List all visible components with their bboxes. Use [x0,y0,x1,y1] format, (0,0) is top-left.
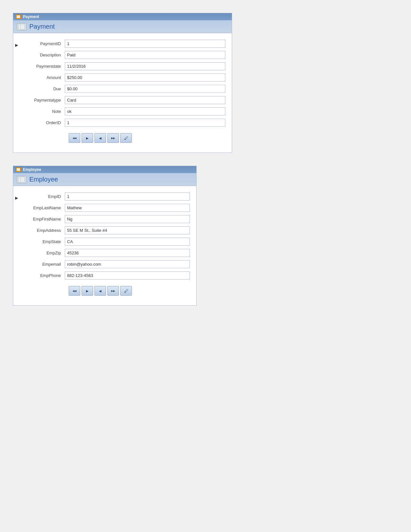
empphone-row: EmpPhone [26,271,190,280]
empstate-label: EmpState [26,239,65,244]
payment-prev-icon: ◀ [99,136,102,140]
emplastname-label: EmpLastName [26,205,65,210]
amount-input[interactable] [65,74,225,82]
empphone-label: EmpPhone [26,273,65,278]
employee-nav-buttons: ◀◀ ▶ ◀ ▶▶ 🖊 [26,283,190,299]
payment-form-body: ▶ PaymentID Description Paymentdate Amou… [13,33,232,153]
payment-nav-buttons: ◀◀ ▶ ◀ ▶▶ 🖊 [26,130,225,146]
payment-form-header: Payment [13,20,232,33]
empzip-label: EmpZip [26,251,65,255]
emplastname-row: EmpLastName [26,204,190,212]
payment-form-icon [17,23,26,30]
empemail-label: Empemail [26,262,65,267]
empid-label: EmpID [26,194,65,199]
paymenttype-input[interactable] [65,96,225,104]
employee-record-indicator: ▶ [13,189,20,302]
emplastname-input[interactable] [65,204,190,212]
empaddress-input[interactable] [65,226,190,234]
note-label: Note [26,109,65,114]
payment-prev-button[interactable]: ◀ [94,133,106,143]
payment-fields: PaymentID Description Paymentdate Amount… [20,36,232,149]
employee-prev-icon: ◀ [99,289,102,293]
due-row: Due [26,85,225,93]
empaddress-row: EmpAddress [26,226,190,234]
employee-prev-button[interactable]: ◀ [94,286,106,296]
employee-first-icon: ◀◀ [73,290,76,292]
payment-new-icon: 🖊 [124,136,128,141]
payment-first-icon: ◀◀ [73,137,76,140]
empfirstname-row: EmpFirstName [26,215,190,223]
empzip-row: EmpZip [26,249,190,257]
payment-last-button[interactable]: ▶▶ [107,133,119,143]
paymentdate-label: Paymentdate [26,64,65,69]
payment-next-icon: ▶ [86,136,89,140]
employee-window-title: Employee [23,167,41,172]
payment-id-input[interactable] [65,40,225,48]
payment-window-title: Payment [23,15,39,19]
employee-first-button[interactable]: ◀◀ [69,286,80,296]
employee-form: Employee Employee ▶ EmpID EmpLastName [13,166,197,306]
amount-row: Amount [26,74,225,82]
payment-form: Payment Payment ▶ PaymentID Description [13,13,232,153]
employee-last-button[interactable]: ▶▶ [107,286,119,296]
empstate-input[interactable] [65,238,190,246]
payment-record-indicator: ▶ [13,36,20,149]
employee-fields: EmpID EmpLastName EmpFirstName EmpAddres… [20,189,196,302]
description-row: Description [26,51,225,59]
orderid-row: OrderID [26,119,225,127]
employee-last-icon: ▶▶ [111,290,115,292]
empstate-row: EmpState [26,238,190,246]
description-label: Description [26,53,65,57]
empaddress-label: EmpAddress [26,228,65,233]
paymentdate-row: Paymentdate [26,62,225,70]
payment-form-title: Payment [29,23,55,30]
orderid-label: OrderID [26,120,65,125]
employee-title-icon [16,167,21,172]
empfirstname-label: EmpFirstName [26,217,65,222]
amount-label: Amount [26,75,65,80]
employee-form-title: Employee [29,176,58,183]
employee-next-button[interactable]: ▶ [82,286,93,296]
employee-new-icon: 🖊 [124,289,128,293]
empfirstname-input[interactable] [65,215,190,223]
orderid-input[interactable] [65,119,225,127]
payment-new-button[interactable]: 🖊 [120,133,132,143]
empemail-row: Empemail [26,260,190,268]
payment-first-button[interactable]: ◀◀ [69,133,80,143]
empphone-input[interactable] [65,271,190,280]
paymenttype-row: Paymentatype [26,96,225,104]
payment-id-label: PaymentID [26,41,65,46]
employee-title-bar: Employee [13,166,196,173]
note-input[interactable] [65,107,225,115]
description-input[interactable] [65,51,225,59]
empzip-input[interactable] [65,249,190,257]
due-input[interactable] [65,85,225,93]
payment-id-row: PaymentID [26,40,225,48]
payment-next-button[interactable]: ▶ [82,133,93,143]
employee-new-button[interactable]: 🖊 [120,286,132,296]
payment-title-bar: Payment [13,13,232,20]
due-label: Due [26,86,65,91]
employee-form-header: Employee [13,173,196,186]
note-row: Note [26,107,225,115]
payment-last-icon: ▶▶ [111,137,115,140]
paymentdate-input[interactable] [65,62,225,70]
empemail-input[interactable] [65,260,190,268]
empid-row: EmpID [26,192,190,201]
payment-title-icon [16,15,21,19]
employee-form-icon [17,176,26,183]
empid-input[interactable] [65,192,190,201]
paymenttype-label: Paymentatype [26,98,65,103]
employee-form-body: ▶ EmpID EmpLastName EmpFirstName EmpAddr… [13,186,196,305]
employee-next-icon: ▶ [86,289,89,293]
